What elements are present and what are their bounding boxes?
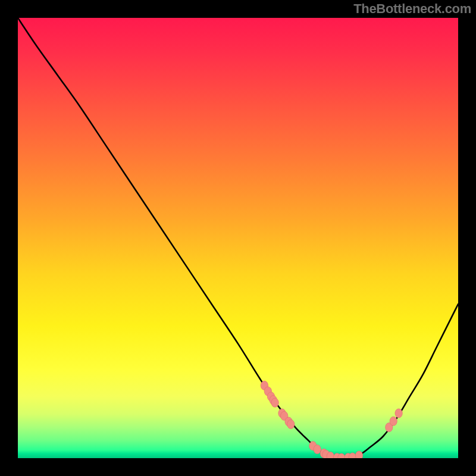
data-marker [287, 419, 295, 428]
bottleneck-curve [18, 18, 458, 458]
data-markers [261, 381, 402, 458]
plot-area [18, 18, 458, 458]
chart-container: TheBottleneck.com [0, 0, 476, 476]
data-marker [355, 451, 362, 458]
plot-svg [18, 18, 458, 458]
data-marker [390, 416, 397, 425]
data-marker [314, 445, 321, 454]
data-marker [395, 409, 402, 418]
attribution-text: TheBottleneck.com [353, 1, 471, 17]
data-marker [271, 398, 278, 407]
